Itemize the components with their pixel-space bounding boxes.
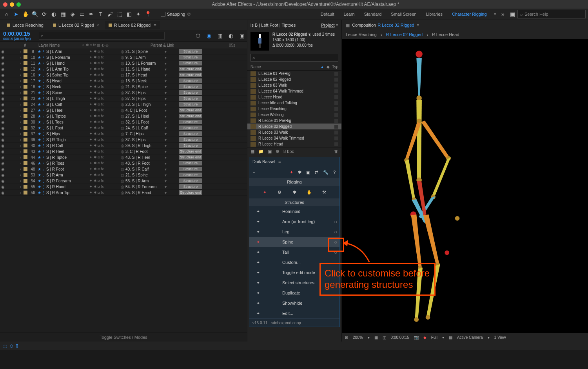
layer-switches[interactable]: ✦ ✱ ⧄ fx bbox=[89, 102, 121, 107]
layer-duration-bar[interactable]: Structure bbox=[179, 137, 202, 142]
project-search-input[interactable]: ⌕ bbox=[250, 54, 338, 62]
label-color[interactable] bbox=[24, 132, 27, 136]
parent-link[interactable]: 48. S | R Foot bbox=[125, 161, 165, 165]
layer-name[interactable]: S | Spine Tip bbox=[46, 73, 89, 77]
label-color[interactable] bbox=[24, 191, 27, 194]
twirl-icon[interactable]: › bbox=[13, 144, 22, 148]
project-item-label[interactable] bbox=[334, 89, 338, 93]
parent-link[interactable]: 27. S | L Heel bbox=[125, 114, 165, 118]
new-comp-icon[interactable]: ▣ bbox=[268, 149, 272, 154]
layer-duration-bar[interactable]: Structure bbox=[179, 125, 202, 130]
twirl-icon[interactable]: › bbox=[13, 167, 22, 171]
layer-row[interactable]: ◉ › 21 ★ ⋮ S | Spine ✦ ✱ ⧄ fx ◎ 37. S | … bbox=[0, 90, 247, 96]
layer-switches[interactable]: ✦ ✱ ⧄ fx bbox=[89, 167, 121, 171]
tab-r-lecce-02[interactable]: R Lecce 02 Rigged≡ bbox=[105, 21, 160, 29]
parent-pickwhip-icon[interactable]: ◎ bbox=[121, 132, 125, 136]
twirl-icon[interactable]: › bbox=[13, 173, 22, 177]
zoom-tool-icon[interactable]: 🔍 bbox=[31, 10, 39, 18]
layer-switches[interactable]: ✦ ✱ ⧄ fx bbox=[89, 179, 121, 183]
label-color[interactable] bbox=[24, 138, 27, 142]
parent-dropdown-icon[interactable]: ▾ bbox=[165, 173, 169, 177]
layer-row[interactable]: ◉ › 28 ★ ⋮ S | L Tiptoe ✦ ✱ ⧄ fx ◎ 27. S… bbox=[0, 113, 247, 119]
camera-tool-icon[interactable]: ▦ bbox=[59, 10, 67, 18]
eraser-tool-icon[interactable]: ◧ bbox=[125, 10, 133, 18]
interpret-footage-icon[interactable]: ▦ bbox=[250, 149, 254, 154]
label-color[interactable] bbox=[24, 96, 27, 100]
layer-row[interactable]: ◉ › 40 ★ ⋮ S | R Calf ✦ ✱ ⧄ fx ◎ 39. S |… bbox=[0, 143, 247, 149]
layer-row[interactable]: ◉ › 23 ★ ⋮ S | L Thigh ✦ ✱ ⧄ fx ◎ 37. S … bbox=[0, 96, 247, 102]
label-color[interactable] bbox=[24, 55, 27, 59]
layer-name[interactable]: S | R Heel bbox=[46, 149, 89, 154]
delete-icon[interactable]: 🗑 bbox=[334, 149, 338, 154]
visibility-toggle-icon[interactable]: ◉ bbox=[0, 167, 5, 171]
layer-name[interactable]: S | R Thigh bbox=[46, 138, 89, 142]
parent-link[interactable]: 4. C | L Foot bbox=[125, 108, 165, 113]
crumb-lecce-reaching[interactable]: Lecce Reaching bbox=[346, 32, 377, 37]
duik-structures-icon[interactable]: ✦ bbox=[261, 188, 269, 196]
twirl-icon[interactable]: › bbox=[13, 96, 22, 101]
brush-tool-icon[interactable]: 🖌 bbox=[106, 10, 114, 18]
parent-link[interactable]: 11. S | L Hand bbox=[125, 67, 165, 71]
layer-switches[interactable]: ✦ ✱ ⧄ fx bbox=[89, 91, 121, 95]
duik-notes-icon[interactable]: ▫ bbox=[253, 170, 255, 175]
parent-pickwhip-icon[interactable]: ◎ bbox=[121, 67, 125, 71]
parent-pickwhip-icon[interactable]: ◎ bbox=[121, 126, 125, 130]
label-color[interactable] bbox=[24, 102, 27, 106]
parent-dropdown-icon[interactable]: ▾ bbox=[165, 132, 169, 136]
label-col-icon[interactable]: ◆ bbox=[327, 65, 330, 69]
parent-dropdown-icon[interactable]: ▾ bbox=[165, 191, 169, 195]
project-item-label[interactable] bbox=[334, 131, 338, 135]
layer-name[interactable]: S | Head bbox=[46, 79, 89, 83]
parent-dropdown-icon[interactable]: ▾ bbox=[165, 73, 169, 77]
layer-switches[interactable]: ✦ ✱ ⧄ fx bbox=[89, 55, 121, 60]
layer-switches[interactable]: ✦ ✱ ⧄ fx bbox=[89, 73, 121, 77]
parent-link[interactable]: 43. S | R Heel bbox=[125, 155, 165, 160]
visibility-toggle-icon[interactable]: ◉ bbox=[0, 96, 5, 101]
new-folder-icon[interactable]: 📁 bbox=[258, 149, 264, 154]
parent-pickwhip-icon[interactable]: ◎ bbox=[121, 108, 125, 113]
duik-item-options-icon[interactable]: ○ bbox=[334, 219, 337, 225]
project-item-list[interactable]: L Lecce 01 PreRigL Lecce 02 RiggedL Lecc… bbox=[247, 71, 341, 147]
project-tab[interactable]: Project bbox=[321, 23, 334, 27]
workspace-character-rigging[interactable]: Character Rigging bbox=[447, 9, 492, 20]
workspace-menu-icon[interactable]: ≡ bbox=[494, 12, 496, 16]
layer-switches[interactable]: ✦ ✱ ⧄ fx bbox=[89, 185, 121, 189]
layer-row[interactable]: ◉ › 16 ★ ⋮ S | Spine Tip ✦ ✱ ⧄ fx ◎ 17. … bbox=[0, 72, 247, 78]
layer-search-input[interactable]: ⌕ bbox=[39, 32, 165, 40]
motion-blur-icon[interactable]: ◐ bbox=[227, 31, 235, 40]
parent-dropdown-icon[interactable]: ▾ bbox=[165, 126, 169, 130]
roto-tool-icon[interactable]: ✦ bbox=[134, 10, 143, 18]
parent-dropdown-icon[interactable]: ▾ bbox=[165, 149, 169, 154]
project-item-label[interactable] bbox=[334, 95, 338, 99]
layer-row[interactable]: ◉ › 9 ★ ⋮ S | L Arm ✦ ✱ ⧄ fx ◎ 21. S | S… bbox=[0, 49, 247, 55]
duik-item-options-icon[interactable]: ○ bbox=[334, 229, 337, 235]
project-item[interactable]: R Lecce 01 PreRig bbox=[247, 118, 341, 124]
parent-dropdown-icon[interactable]: ▾ bbox=[165, 138, 169, 142]
parent-link[interactable]: 17. S | Head bbox=[125, 73, 165, 77]
twirl-icon[interactable]: › bbox=[13, 161, 22, 165]
visibility-toggle-icon[interactable]: ◉ bbox=[0, 79, 5, 83]
label-color[interactable] bbox=[24, 120, 27, 124]
layer-switches[interactable]: ✦ ✱ ⧄ fx bbox=[89, 173, 121, 177]
parent-dropdown-icon[interactable]: ▾ bbox=[165, 61, 169, 65]
layer-switches[interactable]: ✦ ✱ ⧄ fx bbox=[89, 79, 121, 83]
twirl-icon[interactable]: › bbox=[13, 138, 22, 142]
project-item[interactable]: Lecce Idle and Talking bbox=[247, 100, 341, 106]
minimize-traffic-light[interactable] bbox=[10, 2, 14, 7]
layer-name[interactable]: S | L Arm bbox=[46, 49, 89, 54]
project-item[interactable]: Lecce Walking bbox=[247, 112, 341, 118]
tab-lecce-reaching[interactable]: Lecce Reaching bbox=[3, 21, 47, 29]
layer-row[interactable]: ◉ › 27 ★ ⋮ S | L Heel ✦ ✱ ⧄ fx ◎ 4. C | … bbox=[0, 107, 247, 113]
parent-link[interactable]: 37. S | Hips bbox=[125, 96, 165, 101]
layer-row[interactable]: ◉ › 55 ★ ⋮ S | R Hand ✦ ✱ ⧄ fx ◎ 54. S |… bbox=[0, 184, 247, 190]
visibility-toggle-icon[interactable]: ◉ bbox=[0, 179, 5, 183]
parent-dropdown-icon[interactable]: ▾ bbox=[165, 67, 169, 71]
mask-icon[interactable]: ◫ bbox=[383, 335, 386, 340]
rotate-tool-icon[interactable]: ◐ bbox=[49, 10, 58, 18]
twirl-icon[interactable]: › bbox=[13, 91, 22, 95]
home-icon[interactable]: ⌂ bbox=[2, 10, 11, 18]
duik-animation-icon[interactable]: ✱ bbox=[298, 170, 301, 175]
parent-pickwhip-icon[interactable]: ◎ bbox=[121, 91, 125, 95]
shape-tool-icon[interactable]: ▭ bbox=[78, 10, 86, 18]
twirl-icon[interactable]: › bbox=[13, 155, 22, 160]
